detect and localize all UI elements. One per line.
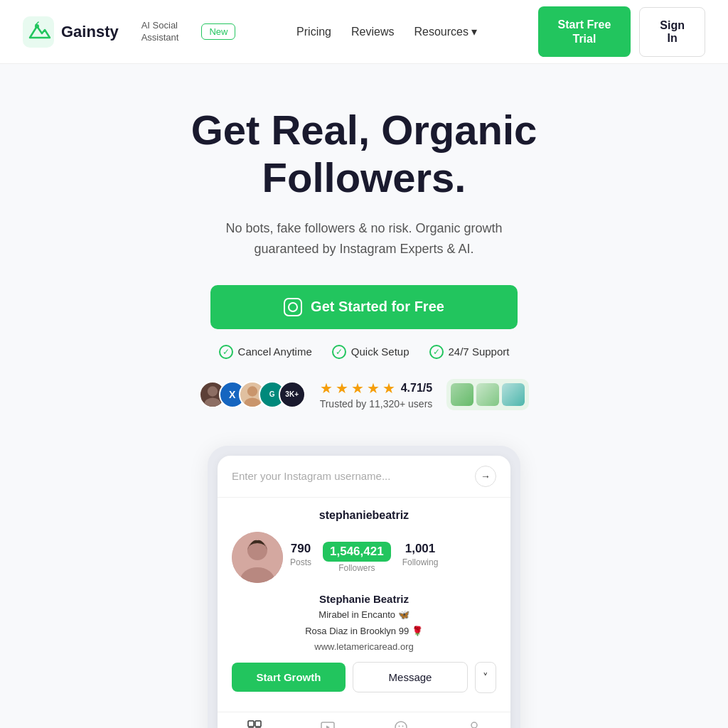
check-support: ✓ 24/7 Support: [429, 345, 510, 359]
check-icon-support: ✓: [429, 345, 444, 359]
hero-section: Get Real, Organic Followers. No bots, fa…: [0, 64, 728, 728]
svg-point-2: [208, 386, 218, 396]
nav-link-resources[interactable]: Resources ▾: [414, 25, 476, 38]
svg-point-17: [471, 722, 477, 728]
star-rating: ★ ★ ★ ★ ★ 4.71/5: [320, 380, 433, 397]
more-button[interactable]: ˅: [475, 662, 496, 693]
feature-checks: ✓ Cancel Anytime ✓ Quick Setup ✓ 24/7 Su…: [219, 345, 510, 359]
profile-avatar: [232, 532, 283, 583]
profile-bio-line1: Mirabel in Encanto 🦋: [232, 608, 496, 622]
nav-ai-label: AI Social Assistant: [141, 20, 179, 44]
avatar-group: X G 3K+: [199, 381, 306, 408]
stat-following: 1,001 Following: [402, 542, 439, 573]
check-icon-setup: ✓: [332, 345, 346, 359]
logo[interactable]: Gainsty: [23, 16, 119, 48]
phone-nav-tabs: [218, 712, 510, 728]
star-5: ★: [382, 380, 395, 397]
svg-point-3: [204, 397, 220, 408]
stat-followers-label: Followers: [338, 563, 375, 573]
grid-icon: [247, 719, 262, 728]
proof-image-2: [476, 383, 499, 406]
stat-followers: 1,546,421 Followers: [323, 542, 391, 573]
check-icon-cancel: ✓: [219, 345, 233, 359]
logo-text: Gainsty: [61, 23, 119, 41]
instagram-icon: [284, 298, 302, 316]
svg-rect-9: [248, 721, 254, 727]
stat-followers-value: 1,546,421: [323, 542, 391, 562]
tab-reels[interactable]: [364, 719, 437, 728]
start-free-trial-button[interactable]: Start FreeTrial: [538, 6, 631, 56]
phone-outer: Enter your Instagram username... → steph…: [208, 446, 520, 728]
stat-posts: 790 Posts: [290, 542, 311, 573]
tab-grid[interactable]: [218, 719, 291, 728]
nav-right: Start FreeTrial SignIn: [538, 6, 705, 56]
stat-following-value: 1,001: [405, 542, 436, 556]
search-placeholder: Enter your Instagram username...: [232, 470, 390, 482]
person-icon: [466, 719, 482, 728]
tab-video[interactable]: [291, 719, 364, 728]
get-started-button[interactable]: Get Started for Free: [210, 285, 518, 329]
nav-link-reviews[interactable]: Reviews: [351, 26, 394, 38]
message-button[interactable]: Message: [353, 662, 468, 692]
phone-inner: Enter your Instagram username... → steph…: [218, 456, 510, 728]
svg-point-16: [402, 725, 403, 727]
svg-point-14: [395, 722, 407, 728]
svg-rect-10: [255, 721, 261, 727]
nav-link-pricing[interactable]: Pricing: [296, 26, 331, 38]
phone-mockup-section: Enter your Instagram username... → steph…: [23, 446, 705, 728]
profile-section: stephaniebeatriz: [218, 498, 510, 712]
stat-posts-value: 790: [291, 542, 311, 556]
new-badge: New: [201, 23, 235, 40]
profile-stats-row: 790 Posts 1,546,421 Followers 1,001 Foll…: [232, 532, 496, 583]
navbar: Gainsty AI Social Assistant New Pricing …: [0, 0, 728, 64]
instagram-search-bar: Enter your Instagram username... →: [218, 456, 510, 498]
rating-value: 4.71/5: [401, 382, 432, 395]
social-proof: X G 3K+ ★ ★ ★ ★ ★ 4.71/5 Trus: [199, 379, 530, 410]
start-growth-button[interactable]: Start Growth: [232, 663, 346, 692]
profile-name: Stephanie Beatriz: [232, 593, 496, 605]
svg-point-4: [247, 386, 257, 396]
rating-info: ★ ★ ★ ★ ★ 4.71/5 Trusted by 11,320+ user…: [320, 380, 433, 410]
proof-image-3: [502, 383, 525, 406]
trusted-text: Trusted by 11,320+ users: [320, 398, 433, 410]
avatar-image: [232, 532, 283, 583]
profile-username: stephaniebeatriz: [232, 509, 496, 522]
star-2: ★: [336, 380, 348, 397]
profile-actions: Start Growth Message ˅: [232, 662, 496, 700]
nav-left: Gainsty AI Social Assistant New: [23, 16, 235, 48]
profile-bio-line2: Rosa Diaz in Brooklyn 99 🌹: [232, 624, 496, 638]
search-arrow-button[interactable]: →: [475, 466, 496, 487]
stats-group: 790 Posts 1,546,421 Followers 1,001 Foll…: [290, 542, 496, 573]
tab-profile[interactable]: [437, 719, 510, 728]
avatar-count: 3K+: [279, 381, 306, 408]
hero-title: Get Real, Organic Followers.: [115, 107, 613, 201]
play-icon: [320, 719, 336, 728]
proof-image-1: [451, 383, 473, 406]
sign-in-button[interactable]: SignIn: [639, 7, 705, 57]
nav-links: Pricing Reviews Resources ▾: [296, 25, 477, 38]
smiley-icon: [393, 719, 409, 728]
hero-subtitle: No bots, fake followers & no risk. Organ…: [193, 218, 535, 259]
chevron-down-icon: ▾: [471, 25, 477, 38]
star-1: ★: [320, 380, 333, 397]
svg-rect-0: [23, 16, 54, 48]
logo-icon: [23, 16, 54, 48]
proof-images: [446, 379, 529, 410]
check-cancel: ✓ Cancel Anytime: [219, 345, 312, 359]
check-setup: ✓ Quick Setup: [332, 345, 410, 359]
stat-posts-label: Posts: [290, 557, 311, 567]
svg-point-15: [398, 725, 400, 727]
profile-link: www.letamericaread.org: [232, 641, 496, 652]
stat-following-label: Following: [402, 557, 439, 567]
star-4: ★: [367, 380, 380, 397]
svg-point-5: [244, 397, 260, 408]
svg-point-7: [247, 540, 267, 560]
star-3: ★: [351, 380, 364, 397]
